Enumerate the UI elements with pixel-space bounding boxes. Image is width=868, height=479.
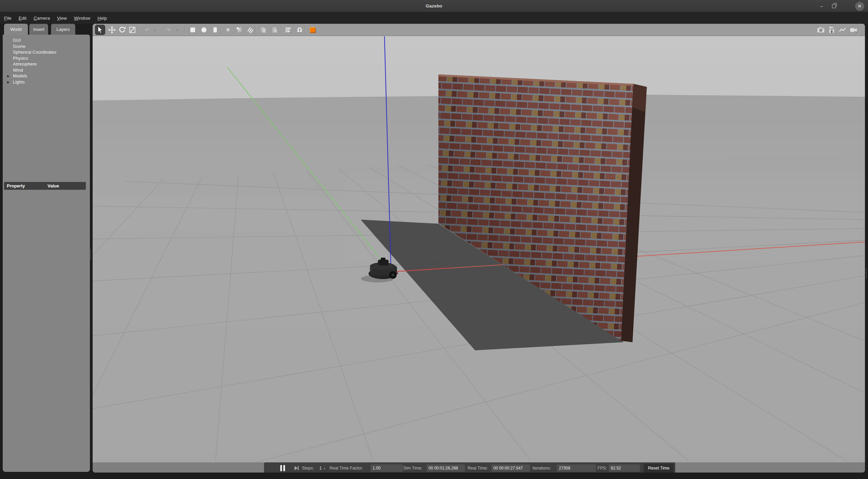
tree-item-label: Scene (13, 44, 25, 49)
render-area: ↶ ▾ ↷ ▾ ☀ (93, 24, 865, 473)
magnet-icon: Ω (297, 26, 302, 33)
view-cube-icon (310, 27, 316, 33)
step-button[interactable] (294, 465, 299, 471)
minimize-icon: – (820, 3, 823, 9)
toolbar-separator (280, 25, 281, 34)
real-time-label: Real Time: (468, 462, 488, 473)
menu-file[interactable]: File (4, 16, 12, 21)
restore-icon (832, 4, 836, 8)
paste-button[interactable] (269, 25, 280, 35)
snap-button[interactable]: Ω (295, 25, 305, 35)
reset-time-button[interactable]: Reset Time (644, 464, 674, 473)
directional-light-button[interactable] (245, 25, 256, 35)
left-splitter-grip[interactable] (90, 250, 92, 259)
tree-item-spherical-coordinates[interactable]: Spherical Coordinates (3, 49, 90, 55)
tree-item-label: GUI (13, 38, 21, 43)
menu-camera[interactable]: Camera (34, 16, 50, 21)
spot-light-icon (235, 26, 243, 34)
toolbar-separator (139, 25, 140, 34)
copy-button[interactable] (258, 25, 268, 35)
view-angle-dropdown-icon[interactable]: ▾ (315, 30, 317, 34)
tree-item-atmosphere[interactable]: Atmosphere (3, 61, 90, 67)
toolbar-separator (185, 25, 185, 34)
translate-tool-button[interactable] (107, 25, 117, 35)
tree-item-models[interactable]: ▶ Models (3, 73, 90, 79)
insert-cylinder-button[interactable] (210, 25, 220, 35)
robot-wheel-hub (392, 274, 395, 277)
insert-sphere-button[interactable] (199, 25, 209, 35)
robot-sensor-knob (381, 258, 385, 260)
iterations-field[interactable]: 27358 (557, 464, 596, 472)
right-splitter-grip[interactable] (866, 269, 867, 278)
sim-time-field[interactable]: 00 00:01:26.268 (427, 464, 465, 472)
toolbar-separator (305, 25, 306, 34)
steps-spinner[interactable]: 1 (319, 462, 322, 473)
maximize-button[interactable] (828, 0, 839, 12)
iterations-label: Iterations: (532, 462, 551, 473)
menu-window[interactable]: Window (74, 16, 90, 21)
redo-history-dropdown-icon[interactable]: ▾ (176, 29, 178, 32)
tree-item-wind[interactable]: Wind (3, 67, 90, 73)
close-icon: ✕ (855, 2, 864, 11)
menu-edit[interactable]: Edit (19, 16, 26, 21)
time-panel: Steps: 1 ▾ Real Time Factor: 1.00 Sim Ti… (264, 462, 675, 473)
real-time-factor-field[interactable]: 1.00 (371, 464, 403, 472)
toolbar-separator (256, 25, 256, 34)
tree-item-physics[interactable]: Physics (3, 55, 90, 61)
status-bar: Steps: 1 ▾ Real Time Factor: 1.00 Sim Ti… (93, 462, 865, 473)
pause-button[interactable] (280, 465, 286, 471)
copy-icon (260, 26, 267, 34)
undo-icon: ↶ (145, 26, 150, 34)
tree-item-label: Wind (13, 68, 23, 73)
value-column-header: Value (48, 182, 59, 190)
viewport-3d[interactable] (93, 36, 865, 462)
close-button[interactable]: ✕ (854, 0, 865, 12)
plot-button[interactable] (837, 25, 848, 35)
expand-arrow-icon[interactable]: ▶ (7, 73, 10, 79)
tree-item-lights[interactable]: ▶ Lights (3, 79, 90, 85)
plot-icon (838, 26, 847, 34)
title-bar: Gazebo – ✕ (0, 0, 868, 12)
tab-layers[interactable]: Layers (51, 24, 75, 35)
steps-spinner-arrow-icon[interactable]: ▾ (324, 467, 325, 470)
log-record-button[interactable]: LOG (827, 25, 837, 35)
move-icon (108, 26, 116, 34)
real-time-field[interactable]: 00 00:00:27.547 (491, 464, 530, 472)
panel-splitter-handle[interactable]: ······ (35, 179, 59, 181)
sim-time-label: Sim Time: (403, 462, 422, 473)
cylinder-icon (211, 26, 219, 34)
fps-label: FPS: (598, 462, 607, 473)
tree-item-scene[interactable]: Scene (3, 43, 90, 50)
spot-light-button[interactable] (234, 25, 244, 35)
real-time-factor-label: Real Time Factor: (329, 462, 363, 473)
select-tool-button[interactable] (95, 25, 105, 35)
menu-view[interactable]: View (57, 16, 67, 21)
video-dropdown-icon[interactable]: ▾ (855, 31, 857, 34)
tree-item-label: Models (13, 73, 27, 78)
expand-arrow-icon[interactable]: ▶ (7, 79, 10, 86)
world-tree-panel: GUI Scene Spherical Coordinates Physics … (3, 35, 90, 472)
tree-item-label: Atmosphere (13, 61, 37, 67)
screenshot-button[interactable] (816, 25, 826, 35)
fps-field[interactable]: 62.52 (609, 464, 640, 472)
world-panel: World Insert Layers GUI Scene Spherical … (3, 24, 90, 472)
log-record-icon: LOG (828, 26, 835, 34)
tree-item-gui[interactable]: GUI (3, 37, 90, 43)
insert-box-button[interactable] (188, 25, 198, 35)
redo-button[interactable]: ↷ (163, 25, 173, 35)
scale-tool-button[interactable] (127, 25, 137, 35)
minimize-button[interactable]: – (816, 0, 827, 12)
tab-world[interactable]: World (4, 24, 28, 35)
align-button[interactable]: ▾ (283, 25, 293, 35)
paste-icon (271, 26, 278, 34)
video-record-button[interactable]: ▾ (848, 25, 858, 35)
tab-insert[interactable]: Insert (29, 24, 48, 35)
undo-button[interactable]: ↶ (142, 25, 152, 35)
point-light-button[interactable]: ☀ (223, 25, 233, 35)
view-angle-button[interactable]: ▾ (307, 25, 318, 35)
undo-history-dropdown-icon[interactable]: ▾ (154, 29, 156, 32)
camera-icon (817, 26, 825, 34)
rotate-tool-button[interactable] (117, 25, 127, 35)
align-dropdown-icon[interactable]: ▾ (290, 30, 291, 34)
menu-help[interactable]: Help (97, 16, 107, 21)
